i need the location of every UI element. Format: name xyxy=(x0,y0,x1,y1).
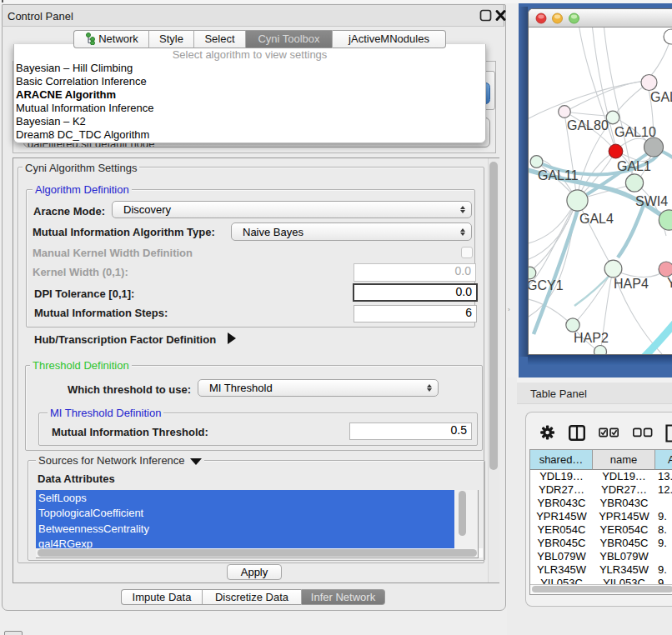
svg-text:HAP4: HAP4 xyxy=(614,277,649,291)
svg-text:GAL: GAL xyxy=(650,90,672,104)
svg-text:GAL11: GAL11 xyxy=(538,168,579,182)
svg-text:GAL10: GAL10 xyxy=(614,125,656,139)
svg-text:GAL80: GAL80 xyxy=(567,118,609,132)
svg-text:GAL4: GAL4 xyxy=(579,212,614,226)
svg-text:GCY1: GCY1 xyxy=(529,278,564,292)
svg-text:GAL1: GAL1 xyxy=(617,159,651,173)
svg-text:Y: Y xyxy=(667,276,672,290)
svg-text:HAP2: HAP2 xyxy=(574,331,609,345)
svg-text:SWI4: SWI4 xyxy=(635,194,668,208)
